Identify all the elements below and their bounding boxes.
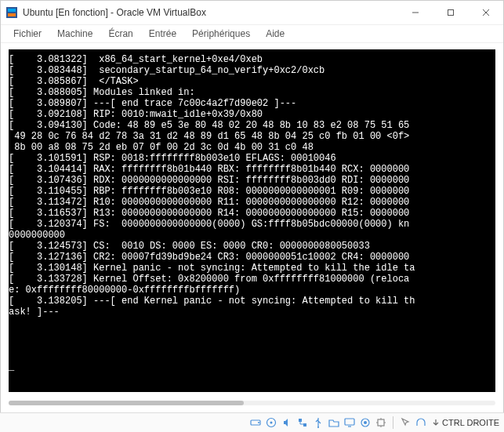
svg-rect-1: [8, 9, 16, 12]
processor-icon[interactable]: [375, 416, 387, 429]
host-key-label: CTRL DROITE: [442, 418, 499, 427]
app-icon: [5, 6, 18, 19]
window-controls: [397, 1, 503, 24]
menu-item-ecran[interactable]: Écran: [102, 27, 139, 41]
keyboard-icon[interactable]: [415, 416, 427, 429]
svg-rect-2: [8, 13, 16, 16]
svg-point-13: [317, 427, 319, 428]
menu-item-peripheriques[interactable]: Périphériques: [186, 27, 256, 41]
network-icon[interactable]: [296, 416, 309, 429]
menu-item-aide[interactable]: Aide: [259, 27, 291, 41]
arrow-down-icon: [432, 419, 440, 427]
scrollbar-thumb[interactable]: [9, 401, 244, 405]
svg-rect-11: [299, 419, 302, 422]
recording-icon[interactable]: [359, 416, 372, 429]
window-title: Ubuntu [En fonction] - Oracle VM Virtual…: [23, 7, 397, 18]
host-key-indicator[interactable]: CTRL DROITE: [432, 418, 499, 427]
svg-rect-12: [303, 423, 306, 427]
mouse-integration-icon[interactable]: [399, 416, 412, 429]
menu-item-entree[interactable]: Entrée: [143, 27, 183, 41]
maximize-button[interactable]: [433, 1, 468, 24]
statusbar: CTRL DROITE: [0, 412, 504, 432]
scrollbar-track: [9, 401, 495, 405]
svg-point-8: [258, 422, 259, 423]
audio-icon[interactable]: [281, 416, 293, 429]
display-icon[interactable]: [343, 416, 356, 429]
svg-point-10: [270, 422, 273, 424]
hard-disk-icon[interactable]: [249, 416, 262, 429]
menu-item-fichier[interactable]: Fichier: [7, 27, 48, 41]
svg-rect-18: [378, 419, 384, 426]
status-separator: [393, 416, 393, 429]
close-button[interactable]: [468, 1, 503, 24]
shared-folders-icon[interactable]: [328, 416, 340, 429]
svg-point-17: [364, 421, 367, 424]
optical-disk-icon[interactable]: [265, 416, 277, 429]
vm-console[interactable]: [ 3.081322] x86_64_start_kernel+0xe4/0xe…: [9, 49, 495, 392]
menubar: FichierMachineÉcranEntréePériphériquesAi…: [1, 25, 503, 43]
horizontal-scrollbar[interactable]: [9, 397, 495, 409]
status-icons: [249, 416, 427, 429]
minimize-button[interactable]: [397, 1, 433, 24]
svg-rect-14: [345, 419, 354, 425]
usb-icon[interactable]: [312, 416, 325, 429]
window-titlebar: Ubuntu [En fonction] - Oracle VM Virtual…: [1, 1, 503, 25]
svg-rect-4: [448, 10, 453, 16]
menu-item-machine[interactable]: Machine: [51, 27, 99, 41]
